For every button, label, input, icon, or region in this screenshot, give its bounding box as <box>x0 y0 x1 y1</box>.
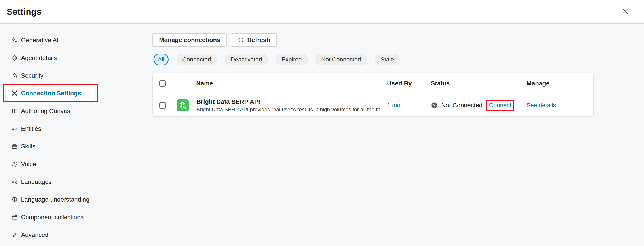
column-header-manage: Manage <box>526 80 594 87</box>
briefcase-icon <box>11 143 18 150</box>
connection-settings-panel: Manage connections Refresh AllConnectedD… <box>152 24 644 246</box>
connections-table: Name Used By Status Manage <box>152 73 594 117</box>
connections-toolbar: Manage connections Refresh <box>152 33 644 47</box>
column-header-status: Status <box>431 80 526 87</box>
sidebar-item-skills[interactable]: Skills <box>0 138 152 155</box>
brain-icon <box>11 196 18 203</box>
used-by-link[interactable]: 1 tool <box>387 102 402 109</box>
sidebar-item-entities[interactable]: ab Entities <box>0 120 152 138</box>
filter-pill-connected[interactable]: Connected <box>176 54 217 66</box>
sidebar-item-label: Languages <box>21 178 52 185</box>
sidebar-item-generative-ai[interactable]: Generative AI <box>0 32 152 49</box>
status-label: Not Connected <box>441 102 482 109</box>
sidebar-item-label: Security <box>21 72 43 79</box>
sidebar-item-label: Entities <box>21 125 41 132</box>
refresh-button[interactable]: Refresh <box>231 33 277 47</box>
languages-icon: a <box>11 178 18 185</box>
globe-search-icon <box>176 99 189 112</box>
manage-connections-label: Manage connections <box>159 37 220 44</box>
sidebar-item-label: Connection Settings <box>21 90 81 97</box>
gear-icon <box>11 54 18 62</box>
entities-ab-icon: ab <box>11 125 18 132</box>
sparkle-icon <box>11 37 18 44</box>
svg-text:a: a <box>12 179 14 183</box>
sidebar-item-label: Advanced <box>21 231 48 238</box>
sidebar-item-label: Skills <box>21 143 35 150</box>
sidebar-item-languages[interactable]: a Languages <box>0 173 152 191</box>
sidebar-item-connection-settings[interactable]: Connection Settings <box>6 86 95 101</box>
refresh-icon <box>238 37 244 43</box>
filter-pill-stale[interactable]: Stale <box>375 54 400 66</box>
filter-pill-expired[interactable]: Expired <box>276 54 308 66</box>
sidebar-item-label: Authoring Canvas <box>21 108 70 115</box>
sidebar-item-language-understanding[interactable]: Language understanding <box>0 191 152 208</box>
table-header-row: Name Used By Status Manage <box>153 73 594 94</box>
sidebar-item-security[interactable]: Security <box>0 67 152 85</box>
sidebar-item-advanced[interactable]: Advanced <box>0 226 152 244</box>
connection-description: Bright Data SERP API provides real user'… <box>196 106 385 113</box>
filter-pill-all[interactable]: All <box>154 54 168 66</box>
see-details-link[interactable]: See details <box>526 102 556 109</box>
select-all-checkbox[interactable] <box>159 80 166 87</box>
sidebar-item-agent-details[interactable]: Agent details <box>0 49 152 67</box>
sidebar-item-authoring-canvas[interactable]: Authoring Canvas <box>0 102 152 120</box>
sliders-icon <box>11 231 18 238</box>
close-icon <box>622 8 629 16</box>
collections-icon <box>11 214 18 221</box>
settings-titlebar: Settings <box>0 0 644 24</box>
filter-pill-deactivated[interactable]: Deactivated <box>225 54 268 66</box>
connect-link[interactable]: Connect <box>489 102 512 109</box>
sidebar-item-label: Component collections <box>21 214 84 221</box>
column-header-name: Name <box>173 80 387 87</box>
table-row: Bright Data SERP API Bright Data SERP AP… <box>153 94 594 116</box>
refresh-label: Refresh <box>247 37 270 44</box>
lock-icon <box>11 72 18 79</box>
svg-text:ab: ab <box>12 126 17 131</box>
close-button[interactable] <box>620 7 630 17</box>
status-filter-group: AllConnectedDeactivatedExpiredNot Connec… <box>154 54 644 66</box>
grid-icon <box>11 108 18 115</box>
row-checkbox[interactable] <box>159 102 166 109</box>
connection-name: Bright Data SERP API <box>196 98 385 105</box>
sidebar-item-component-collections[interactable]: Component collections <box>0 208 152 226</box>
sidebar-item-label: Agent details <box>21 54 57 62</box>
settings-sidebar: Generative AI Agent details Security Con… <box>0 24 152 246</box>
filter-pill-not-connected[interactable]: Not Connected <box>316 54 367 66</box>
manage-connections-button[interactable]: Manage connections <box>152 33 227 47</box>
sidebar-item-label: Voice <box>21 161 36 168</box>
column-header-used-by: Used By <box>387 80 431 87</box>
page-title: Settings <box>7 7 42 17</box>
voice-icon <box>11 161 18 168</box>
dismiss-circle-icon <box>431 102 438 108</box>
connections-icon <box>11 90 18 97</box>
sidebar-item-label: Language understanding <box>21 196 90 203</box>
sidebar-item-voice[interactable]: Voice <box>0 155 152 173</box>
sidebar-item-label: Generative AI <box>21 37 58 44</box>
